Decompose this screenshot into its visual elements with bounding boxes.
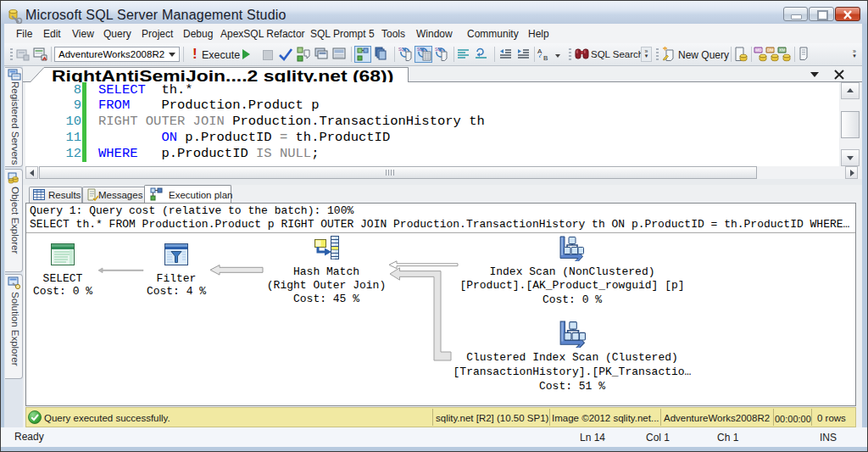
svg-text:DM: DM bbox=[767, 47, 774, 53]
svg-text:XM: XM bbox=[779, 47, 786, 53]
svg-text:B: B bbox=[543, 54, 548, 62]
svg-text:A: A bbox=[537, 47, 542, 55]
svg-text:MD: MD bbox=[755, 47, 762, 53]
